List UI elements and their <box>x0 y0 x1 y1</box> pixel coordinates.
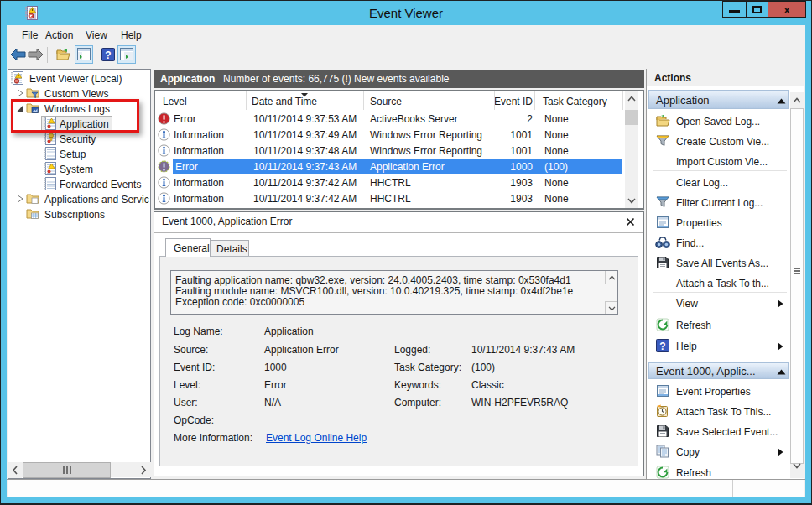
svg-text:?: ? <box>659 341 665 352</box>
svg-text:?: ? <box>105 49 111 61</box>
